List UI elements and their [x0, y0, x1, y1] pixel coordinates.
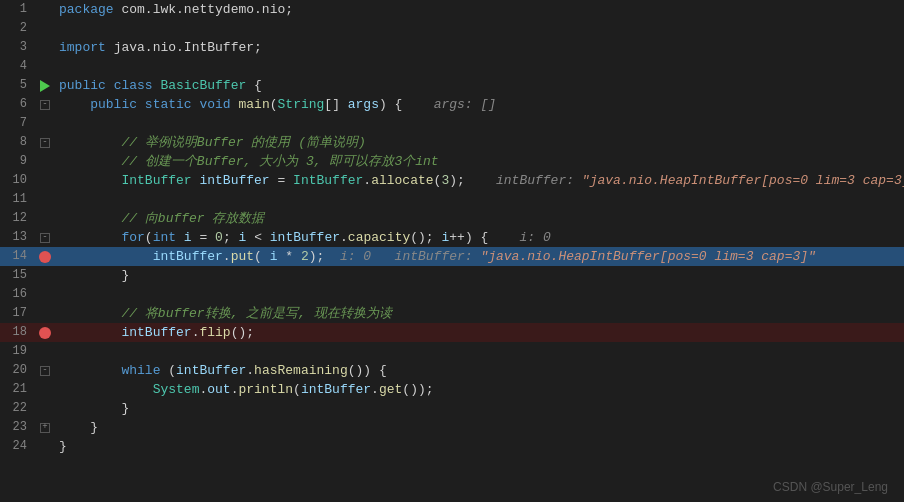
breakpoint-icon	[39, 251, 51, 263]
line-number: 7	[0, 114, 35, 133]
gutter	[35, 266, 55, 285]
fold-icon[interactable]: +	[40, 423, 50, 433]
code-line: 22 }	[0, 399, 904, 418]
gutter	[35, 380, 55, 399]
code-line: 3 import java.nio.IntBuffer;	[0, 38, 904, 57]
fold-icon[interactable]: -	[40, 366, 50, 376]
line-number: 24	[0, 437, 35, 456]
gutter-breakpoint	[35, 323, 55, 342]
gutter	[35, 19, 55, 38]
code-line: 10 IntBuffer intBuffer = IntBuffer.alloc…	[0, 171, 904, 190]
code-line: 16	[0, 285, 904, 304]
code-content	[55, 285, 904, 304]
watermark: CSDN @Super_Leng	[773, 480, 888, 494]
code-content: }	[55, 418, 904, 437]
code-line: 1 package com.lwk.nettydemo.nio;	[0, 0, 904, 19]
line-number: 11	[0, 190, 35, 209]
gutter-fold[interactable]: -	[35, 228, 55, 247]
line-number: 15	[0, 266, 35, 285]
gutter	[35, 190, 55, 209]
code-content: // 将buffer转换, 之前是写, 现在转换为读	[55, 304, 904, 323]
line-number: 13	[0, 228, 35, 247]
code-content: // 创建一个Buffer, 大小为 3, 即可以存放3个int	[55, 152, 904, 171]
code-content: public static void main(String[] args) {…	[55, 95, 904, 114]
code-content: package com.lwk.nettydemo.nio;	[55, 0, 904, 19]
gutter-fold[interactable]: -	[35, 361, 55, 380]
gutter	[35, 171, 55, 190]
line-number: 19	[0, 342, 35, 361]
code-line: 6 - public static void main(String[] arg…	[0, 95, 904, 114]
line-number: 9	[0, 152, 35, 171]
line-number: 4	[0, 57, 35, 76]
code-line: 20 - while (intBuffer.hasRemaining()) {	[0, 361, 904, 380]
code-content	[55, 190, 904, 209]
gutter-fold[interactable]: +	[35, 418, 55, 437]
line-number: 6	[0, 95, 35, 114]
code-content: }	[55, 399, 904, 418]
gutter	[35, 38, 55, 57]
code-line-error: 18 intBuffer.flip();	[0, 323, 904, 342]
line-number: 16	[0, 285, 35, 304]
line-number: 14	[0, 247, 35, 266]
line-number: 12	[0, 209, 35, 228]
code-line: 21 System.out.println(intBuffer.get());	[0, 380, 904, 399]
line-number: 8	[0, 133, 35, 152]
gutter	[35, 342, 55, 361]
code-line: 2	[0, 19, 904, 38]
line-number: 1	[0, 0, 35, 19]
gutter-fold[interactable]: -	[35, 95, 55, 114]
line-number: 17	[0, 304, 35, 323]
code-content: IntBuffer intBuffer = IntBuffer.allocate…	[55, 171, 904, 190]
code-line: 11	[0, 190, 904, 209]
code-content: while (intBuffer.hasRemaining()) {	[55, 361, 904, 380]
line-number: 23	[0, 418, 35, 437]
line-number: 22	[0, 399, 35, 418]
gutter	[35, 285, 55, 304]
code-content: intBuffer.flip();	[55, 323, 904, 342]
code-content: intBuffer.put( i * 2); i: 0 intBuffer: "…	[55, 247, 904, 266]
code-content: // 向buffer 存放数据	[55, 209, 904, 228]
code-line-highlighted: 14 intBuffer.put( i * 2); i: 0 intBuffer…	[0, 247, 904, 266]
line-number: 21	[0, 380, 35, 399]
code-content	[55, 114, 904, 133]
code-content	[55, 342, 904, 361]
line-number: 20	[0, 361, 35, 380]
code-content: }	[55, 266, 904, 285]
code-content	[55, 19, 904, 38]
fold-icon[interactable]: -	[40, 138, 50, 148]
code-content: // 举例说明Buffer 的使用 (简单说明)	[55, 133, 904, 152]
breakpoint-icon	[39, 327, 51, 339]
gutter	[35, 114, 55, 133]
code-line: 12 // 向buffer 存放数据	[0, 209, 904, 228]
gutter	[35, 152, 55, 171]
fold-icon[interactable]: -	[40, 100, 50, 110]
code-line: 23 + }	[0, 418, 904, 437]
code-content: import java.nio.IntBuffer;	[55, 38, 904, 57]
line-number: 10	[0, 171, 35, 190]
fold-icon[interactable]: -	[40, 233, 50, 243]
code-line: 13 - for(int i = 0; i < intBuffer.capaci…	[0, 228, 904, 247]
line-number: 5	[0, 76, 35, 95]
code-line: 17 // 将buffer转换, 之前是写, 现在转换为读	[0, 304, 904, 323]
gutter-fold[interactable]: -	[35, 133, 55, 152]
gutter	[35, 57, 55, 76]
line-number: 3	[0, 38, 35, 57]
code-line: 15 }	[0, 266, 904, 285]
gutter	[35, 437, 55, 456]
code-content: System.out.println(intBuffer.get());	[55, 380, 904, 399]
code-line: 19	[0, 342, 904, 361]
code-line: 9 // 创建一个Buffer, 大小为 3, 即可以存放3个int	[0, 152, 904, 171]
gutter	[35, 0, 55, 19]
code-line: 24 }	[0, 437, 904, 456]
code-content: public class BasicBuffer {	[55, 76, 904, 95]
gutter	[35, 209, 55, 228]
code-content: }	[55, 437, 904, 456]
line-number: 2	[0, 19, 35, 38]
code-line: 4	[0, 57, 904, 76]
gutter-arrow	[35, 76, 55, 95]
gutter	[35, 399, 55, 418]
gutter-breakpoint	[35, 247, 55, 266]
code-editor: 1 package com.lwk.nettydemo.nio; 2 3 imp…	[0, 0, 904, 502]
code-line: 5 public class BasicBuffer {	[0, 76, 904, 95]
execution-arrow-icon	[40, 80, 50, 92]
